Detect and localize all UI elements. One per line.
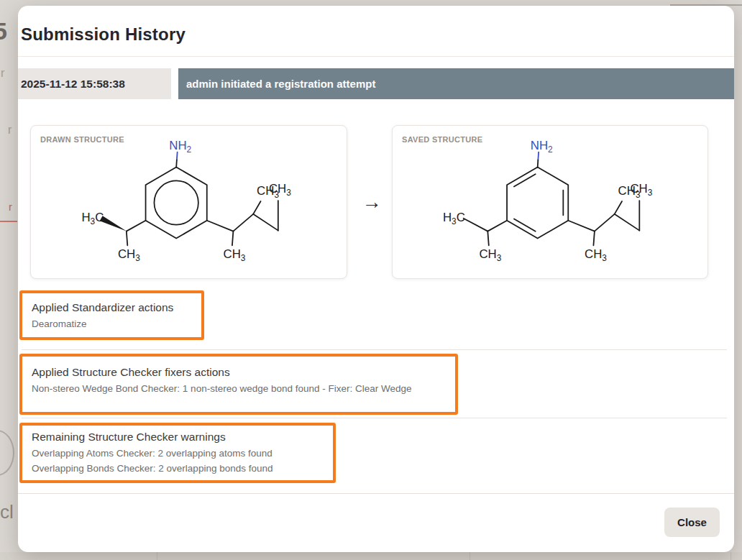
background-fragment: r bbox=[9, 201, 12, 213]
methyl-label-overlapping: CH3 bbox=[630, 182, 652, 198]
double-bond bbox=[514, 174, 536, 186]
methyl-label: CH3 bbox=[224, 247, 246, 263]
history-timestamp: 2025-11-12 15:58:38 bbox=[18, 68, 171, 99]
footer-divider bbox=[18, 493, 734, 494]
section-line: Non-stereo Wedge Bond Checker: 1 non-ste… bbox=[32, 381, 446, 396]
modal-title: Submission History bbox=[21, 24, 186, 45]
section-line: Dearomatize bbox=[32, 316, 192, 331]
submission-history-modal: Submission History 2025-11-12 15:58:38 a… bbox=[18, 6, 734, 552]
amine-bond bbox=[177, 152, 178, 160]
methyl-label: CH3 bbox=[118, 247, 140, 263]
history-entry-row: 2025-11-12 15:58:38 admin initiated a re… bbox=[18, 68, 734, 99]
checker-fixers-box: Applied Structure Checker fixers actions… bbox=[19, 354, 458, 415]
background-fragment bbox=[0, 430, 14, 476]
background-table-strip bbox=[0, 552, 742, 560]
background-fragment: r bbox=[1, 67, 4, 80]
saved-structure-label: SAVED STRUCTURE bbox=[402, 135, 482, 144]
section-title: Remaining Structure Checker warnings bbox=[32, 431, 324, 444]
aromatic-circle bbox=[154, 180, 198, 224]
saved-structure-panel: SAVED STRUCTURE NH2 H3C CH3 CH3 bbox=[392, 125, 708, 279]
section-line: Overlapping Atoms Checker: 2 overlapping… bbox=[32, 446, 324, 461]
amine-label: NH2 bbox=[169, 139, 191, 155]
section-line: Overlapping Bonds Checker: 2 overlapping… bbox=[32, 461, 324, 476]
benzene-ring bbox=[507, 167, 568, 238]
standardizer-actions-box: Applied Standardizer actions Dearomatize bbox=[19, 290, 204, 340]
amine-label: NH2 bbox=[531, 139, 553, 155]
drawn-structure-panel: DRAWN STRUCTURE NH2 H3C CH3 CH3 CH3 bbox=[30, 125, 347, 279]
drawn-structure-image: NH2 H3C CH3 CH3 CH3 CH3 bbox=[31, 126, 347, 278]
background-fragment: 5 bbox=[0, 17, 7, 45]
saved-structure-image: NH2 H3C CH3 CH3 CH3 CH3 bbox=[393, 126, 707, 278]
background-fragment: r bbox=[8, 124, 12, 137]
double-bond bbox=[514, 219, 536, 231]
methyl-label: H3C bbox=[443, 211, 465, 226]
header-divider bbox=[18, 56, 734, 57]
divider bbox=[22, 418, 727, 418]
transform-arrow-icon: → bbox=[359, 189, 385, 215]
methyl-label-overlapping: CH3 bbox=[269, 182, 291, 198]
background-fragment bbox=[0, 221, 17, 222]
section-title: Applied Structure Checker fixers actions bbox=[32, 366, 446, 379]
methyl-label: CH3 bbox=[585, 247, 607, 263]
amine-bond bbox=[538, 152, 539, 160]
cleared-wedge-bond bbox=[464, 219, 488, 231]
drawn-structure-label: DRAWN STRUCTURE bbox=[40, 135, 124, 144]
divider bbox=[22, 349, 727, 350]
history-event: admin initiated a registration attempt bbox=[178, 68, 734, 99]
methyl-label: CH3 bbox=[479, 247, 501, 263]
checker-warnings-box: Remaining Structure Checker warnings Ove… bbox=[19, 423, 336, 483]
background-fragment: cl bbox=[0, 501, 14, 523]
section-title: Applied Standardizer actions bbox=[32, 301, 192, 314]
methyl-label: H3C bbox=[81, 211, 104, 226]
close-button[interactable]: Close bbox=[664, 508, 720, 537]
